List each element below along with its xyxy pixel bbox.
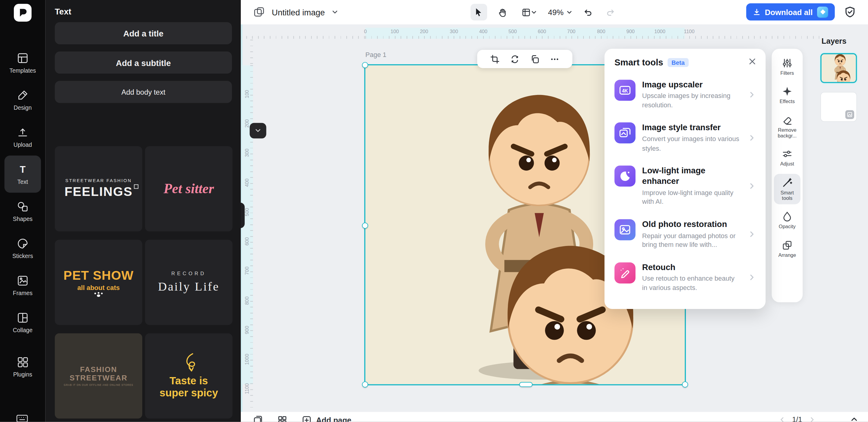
- select-tool-button[interactable]: [470, 4, 487, 21]
- arrange-icon: [781, 240, 793, 251]
- collapse-bottom-bar-button[interactable]: [850, 415, 858, 422]
- tool-arrange[interactable]: Arrange: [774, 236, 801, 261]
- chevron-down-icon[interactable]: [332, 9, 338, 16]
- add-page-button[interactable]: Add page: [302, 415, 351, 422]
- sidebar-item-label: Design: [13, 104, 32, 111]
- resize-handle-middle-left[interactable]: [362, 222, 368, 229]
- template-text: PET SHOW: [64, 268, 134, 283]
- tool-effects[interactable]: Effects: [774, 83, 801, 108]
- layer-item-selected[interactable]: [820, 53, 857, 83]
- ruler-number: 900: [244, 320, 250, 340]
- resize-handle-bottom-left[interactable]: [362, 382, 368, 388]
- rail-nav: Templates Design Upload T Text Shapes St…: [4, 44, 41, 385]
- tool-opacity[interactable]: Opacity: [774, 208, 801, 233]
- zoom-control[interactable]: 49%: [548, 8, 572, 17]
- text-template-card[interactable]: Taste is super spicy: [145, 333, 232, 419]
- download-all-button[interactable]: Download all: [746, 3, 835, 21]
- ruler-number: 1100: [244, 379, 250, 398]
- text-icon: T: [17, 163, 29, 175]
- smart-tools-icon: [781, 177, 793, 188]
- sidebar-item-design[interactable]: Design: [4, 81, 41, 118]
- sidebar-item-plugins[interactable]: Plugins: [4, 348, 41, 385]
- vip-badge-icon: [817, 6, 828, 18]
- beta-badge: Beta: [668, 58, 689, 67]
- ruler-number: 100: [391, 29, 399, 34]
- sidebar-item-upload[interactable]: Upload: [4, 118, 41, 155]
- sidebar-item-stickers[interactable]: Stickers: [4, 230, 41, 267]
- text-template-card[interactable]: PET SHOW all about cats: [55, 240, 142, 325]
- sidebar-item-label: Templates: [9, 67, 36, 73]
- resize-handle-bottom-center[interactable]: [519, 382, 532, 387]
- undo-button[interactable]: [579, 4, 595, 21]
- sidebar-item-label: Shapes: [13, 215, 33, 222]
- tool-label: Remove backgr...: [775, 127, 799, 139]
- upscaler-icon: 4K: [615, 80, 636, 101]
- previous-page-button[interactable]: [779, 416, 785, 422]
- resize-handle-top-left[interactable]: [362, 62, 368, 68]
- close-button[interactable]: [748, 57, 756, 66]
- smart-tool-item-low-light[interactable]: Low-light image enhancer Improve low-lig…: [615, 159, 755, 212]
- text-template-card[interactable]: FASHION STREETWEAR GRAB IT ON OUR OFFLIN…: [55, 333, 142, 419]
- smart-tool-item-upscaler[interactable]: 4K Image upscaler Upscale images by incr…: [615, 73, 755, 116]
- add-body-text-button[interactable]: Add body text: [55, 81, 232, 103]
- smart-tool-title: Image style transfer: [642, 123, 741, 133]
- hand-tool-button[interactable]: [494, 4, 510, 21]
- sidebar-item-templates[interactable]: Templates: [4, 44, 41, 81]
- chevron-down-icon: [531, 9, 537, 15]
- smart-tool-desc: Repair your damaged photos or bring them…: [642, 231, 741, 249]
- ruler-number: 500: [508, 29, 517, 34]
- sidebar-item-text[interactable]: T Text: [4, 155, 41, 192]
- crop-button[interactable]: [490, 55, 499, 63]
- image-placeholder-icon: [845, 110, 854, 119]
- chevron-down-icon: [566, 9, 572, 15]
- tool-adjust[interactable]: Adjust: [774, 145, 801, 170]
- ruler-number: 800: [597, 29, 606, 34]
- add-title-button[interactable]: Add a title: [55, 22, 232, 44]
- download-all-label: Download all: [765, 7, 813, 16]
- plus-square-icon: [302, 415, 312, 422]
- text-template-grid: streetwear fashion FEELINGS Pet sitter P…: [55, 146, 232, 419]
- text-template-card[interactable]: RECORD Daily Life: [145, 240, 232, 325]
- opacity-icon: [781, 211, 793, 222]
- zoom-value: 49%: [548, 8, 563, 17]
- redo-button[interactable]: [602, 4, 619, 21]
- template-text: streetwear fashion: [65, 178, 132, 183]
- layer-item-empty[interactable]: [820, 92, 857, 122]
- replace-button[interactable]: [510, 55, 519, 63]
- keyboard-shortcuts-icon[interactable]: [16, 412, 29, 422]
- more-icon: [550, 55, 559, 63]
- privacy-shield-icon[interactable]: [844, 6, 856, 18]
- smart-tool-item-style-transfer[interactable]: Image style transfer Convert your images…: [615, 116, 755, 159]
- smart-tools-popup: Smart tools Beta 4K Image upscaler Upsca…: [604, 49, 766, 309]
- tool-smart-tools[interactable]: Smart tools: [774, 174, 801, 204]
- ruler-number: 600: [244, 232, 250, 251]
- duplicate-button[interactable]: [530, 55, 539, 63]
- collapse-section-button[interactable]: [250, 123, 266, 138]
- ruler-number: 600: [538, 29, 546, 34]
- ruler-number: 1100: [684, 29, 695, 34]
- sidebar-item-shapes[interactable]: Shapes: [4, 192, 41, 230]
- redo-icon: [606, 7, 615, 17]
- next-page-button[interactable]: [809, 416, 815, 422]
- smart-tool-item-old-photo[interactable]: Old photo restoration Repair your damage…: [615, 213, 755, 256]
- add-subtitle-button[interactable]: Add a subtitle: [55, 52, 232, 73]
- tool-filters[interactable]: Filters: [774, 54, 801, 79]
- tool-remove-background[interactable]: Remove backgr...: [774, 111, 801, 142]
- project-name[interactable]: Untitled image: [272, 7, 325, 17]
- pages-view-button[interactable]: [253, 415, 263, 422]
- text-template-card[interactable]: Pet sitter: [145, 146, 232, 232]
- sidebar-item-collage[interactable]: Collage: [4, 304, 41, 341]
- canvas-size-tool-button[interactable]: [517, 4, 541, 21]
- resize-icon[interactable]: [253, 6, 265, 18]
- svg-text:T: T: [20, 164, 26, 175]
- sidebar-item-frames[interactable]: Frames: [4, 267, 41, 304]
- tool-label: Arrange: [778, 252, 796, 258]
- app-logo[interactable]: [14, 4, 32, 22]
- grid-icon: [277, 415, 287, 422]
- resize-handle-bottom-right[interactable]: [682, 382, 688, 388]
- text-template-card[interactable]: streetwear fashion FEELINGS: [55, 146, 142, 232]
- smart-tool-item-retouch[interactable]: Retouch Use retouch to enhance beauty in…: [615, 256, 755, 299]
- ruler-number: 1000: [654, 29, 665, 34]
- more-options-button[interactable]: [550, 55, 559, 63]
- grid-view-button[interactable]: [277, 415, 287, 422]
